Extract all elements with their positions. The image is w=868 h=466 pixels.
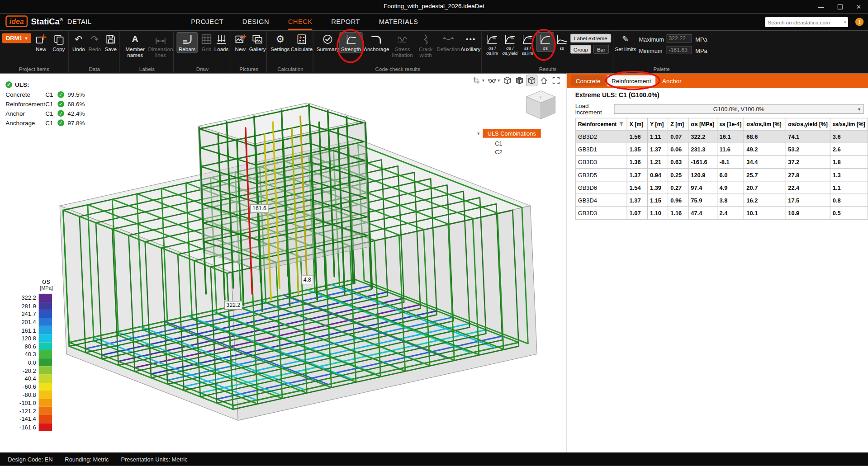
- search-input[interactable]: [765, 19, 844, 25]
- sigma-over-sigma-lim-button[interactable]: % σs / σs,lim: [484, 33, 501, 56]
- new-picture-button[interactable]: New: [232, 33, 248, 52]
- tab-concrete[interactable]: Concrete: [571, 75, 605, 86]
- summary-button[interactable]: Summary: [317, 33, 339, 52]
- copy-label: Copy: [52, 47, 65, 52]
- brand-name: StatiCa®: [31, 17, 63, 26]
- minimize-icon[interactable]: —: [811, 0, 830, 13]
- navigation-cube[interactable]: Y: [524, 89, 558, 123]
- tab-anchor[interactable]: Anchor: [658, 75, 686, 86]
- auxiliary-button[interactable]: Auxiliary: [460, 33, 480, 52]
- table-row[interactable]: GB3D61.541.390.2797.44.920.722.41.1: [575, 181, 868, 194]
- result-label-chip: 322.2: [224, 301, 242, 310]
- load-increment-select[interactable]: G100.0%, V100.0% ▾: [614, 104, 863, 114]
- minimum-input[interactable]: [667, 46, 692, 54]
- filter-icon[interactable]: [619, 122, 624, 127]
- maximum-unit: MPa: [695, 36, 707, 43]
- cell-value: 1.21: [647, 156, 668, 169]
- cell-value: 3.6: [830, 130, 868, 143]
- save-button[interactable]: Save: [103, 33, 119, 52]
- set-limits-button[interactable]: ✎ Set limits: [615, 33, 637, 52]
- crack-width-button[interactable]: Crack width: [415, 33, 436, 58]
- grid-icon: [200, 33, 213, 46]
- column-header[interactable]: σs/σs,lim [%]: [744, 118, 786, 130]
- table-row[interactable]: GB3D31.361.210.63-161.6-8.134.437.21.8: [575, 156, 868, 169]
- stress-limitation-button[interactable]: Stress limitation: [391, 33, 414, 58]
- cell-value: 6.0: [717, 169, 744, 181]
- menu-item-report[interactable]: REPORT: [331, 13, 360, 30]
- chevron-down-icon[interactable]: ▾: [477, 131, 480, 136]
- anchorage-button[interactable]: Anchorage: [363, 33, 390, 52]
- tab-reinforcement[interactable]: Reinforcement: [607, 75, 655, 86]
- column-header[interactable]: Reinforcement: [575, 118, 627, 130]
- maximum-input[interactable]: [667, 34, 692, 42]
- label-extreme-toggle[interactable]: Label extreme: [570, 34, 612, 43]
- ribbon-group-labels: A Member names Dimension lines Labels: [121, 30, 174, 73]
- solid-cube-icon[interactable]: [514, 75, 525, 85]
- auxiliary-icon: [465, 33, 477, 46]
- menu-item-design[interactable]: DESIGN: [242, 13, 269, 30]
- redo-button[interactable]: ↷ Redo: [87, 33, 102, 52]
- menu-item-materials[interactable]: MATERIALS: [379, 13, 418, 30]
- deflection-button[interactable]: Deflection: [437, 33, 460, 52]
- column-header[interactable]: Z [m]: [668, 118, 688, 130]
- sigma-s-icon: [539, 33, 552, 46]
- column-header[interactable]: Y [m]: [647, 118, 668, 130]
- table-row[interactable]: GB3D21.561.110.07322.216.168.674.13.6: [575, 130, 868, 143]
- column-header[interactable]: εs/εs,lim [%]: [830, 118, 868, 130]
- gallery-button[interactable]: Gallery: [249, 33, 266, 52]
- table-row[interactable]: GB3D41.371.150.9675.93.816.217.50.8: [575, 194, 868, 207]
- settings-button[interactable]: ⚙ Settings: [270, 33, 290, 52]
- new-item-button[interactable]: New: [32, 33, 50, 52]
- combination-item-c1[interactable]: C1: [495, 140, 541, 147]
- sigma-over-sigma-yield-button[interactable]: % σs / σs,yield: [502, 33, 518, 56]
- calculate-button[interactable]: Calculate: [291, 33, 313, 52]
- dimension-lines-button[interactable]: Dimension lines: [148, 33, 173, 58]
- results-table-head-row: ReinforcementX [m]Y [m]Z [m]σs [MPa]εs […: [575, 118, 868, 130]
- cell-value: 0.25: [668, 169, 688, 181]
- combinations-header[interactable]: ULS Combinations: [483, 129, 541, 138]
- table-row[interactable]: GB3D51.370.940.25120.96.025.727.81.3: [575, 169, 868, 181]
- crop-icon[interactable]: [471, 75, 482, 85]
- drm1-dropdown[interactable]: DRM1▾: [2, 33, 31, 43]
- column-header[interactable]: σs [MPa]: [688, 118, 717, 130]
- legend-entry: 80.6: [15, 342, 53, 350]
- titlebar: Footing_with_pedestal_2026.ideaDet — ✕: [0, 0, 868, 13]
- wireframe-cube-icon[interactable]: [502, 75, 512, 85]
- fit-view-icon[interactable]: [551, 75, 561, 85]
- crop-dropdown-icon[interactable]: ▾: [482, 78, 484, 83]
- cell-value: 1.1: [830, 181, 868, 194]
- close-icon[interactable]: ✕: [849, 0, 868, 13]
- column-header[interactable]: X [m]: [627, 118, 647, 130]
- cell-value: 16.1: [717, 130, 744, 143]
- bar-toggle[interactable]: Bar: [593, 45, 609, 54]
- table-row[interactable]: GB3D31.071.101.1647.42.410.110.90.5: [575, 207, 868, 219]
- view-mode-dropdown-icon[interactable]: ▾: [498, 78, 500, 83]
- menu-item-check[interactable]: CHECK: [288, 13, 313, 30]
- group-toggle[interactable]: Group: [570, 45, 592, 54]
- 3d-viewport[interactable]: ▾ ▾ Y ✓ ULS: Concrete C1: [0, 74, 564, 452]
- transparent-cube-icon[interactable]: [526, 75, 537, 85]
- combination-item-c2[interactable]: C2: [495, 149, 541, 155]
- copy-button[interactable]: Copy: [50, 33, 67, 52]
- eps-over-eps-lim-button[interactable]: % εs / εs,lim: [519, 33, 536, 56]
- column-header[interactable]: εs [1e-4]: [717, 118, 744, 130]
- maximize-icon[interactable]: [830, 0, 849, 13]
- notification-icon[interactable]: !: [855, 18, 863, 26]
- column-header[interactable]: σs/σs,yield [%]: [786, 118, 830, 130]
- menu-item-project[interactable]: PROJECT: [191, 13, 223, 30]
- cell-value: 2.6: [830, 143, 868, 155]
- member-names-button[interactable]: A Member names: [123, 33, 147, 58]
- view-mode-icon[interactable]: [487, 75, 497, 85]
- rebars-button[interactable]: Rebars: [177, 33, 197, 52]
- legend-entry: -161.6: [15, 423, 53, 431]
- color-legend: σs [MPa] 322.2281.9241.7201.4161.1120.88…: [15, 277, 53, 431]
- loads-button[interactable]: Loads: [213, 33, 229, 52]
- table-row[interactable]: GB3D11.351.370.06231.311.649.253.22.6: [575, 143, 868, 155]
- sigma-s-button[interactable]: σs: [537, 33, 554, 52]
- home-view-icon[interactable]: [539, 75, 549, 85]
- cell-value: -161.6: [688, 156, 717, 169]
- strength-button[interactable]: Strength: [340, 33, 362, 52]
- undo-button[interactable]: ↶ Undo: [71, 33, 86, 52]
- grid-button[interactable]: Grid: [199, 33, 214, 52]
- eps-s-button[interactable]: εs: [554, 33, 570, 52]
